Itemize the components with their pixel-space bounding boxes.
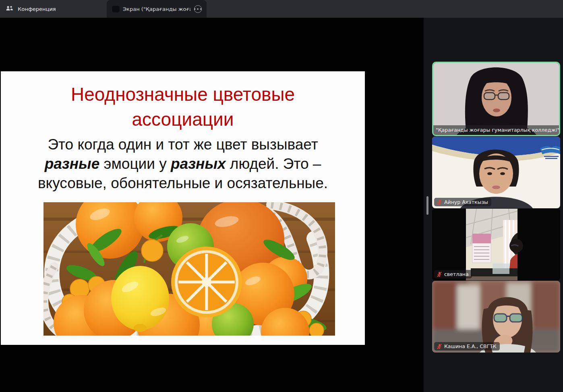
conference-tab[interactable]: Конференция <box>6 0 56 18</box>
top-bar: Конференция Экран ("Қарағанды жоғары гум… <box>0 0 563 18</box>
screen-share-tab-label: Экран ("Қарағанды жоғары гума <box>123 6 190 12</box>
people-icon <box>6 5 14 12</box>
participant-name-pill: Айнур Ахаткызы <box>434 198 491 206</box>
app-window: Конференция Экран ("Қарағанды жоғары гум… <box>0 0 563 392</box>
speaker-video <box>433 63 559 135</box>
fruit-basket-image <box>43 202 335 336</box>
participant-name: "Қарағанды жоғары гуманитарлық колледжі"… <box>433 125 559 135</box>
muted-mic-icon <box>437 344 442 349</box>
participant-name-pill: светлана <box>434 270 472 278</box>
tab-options-icon[interactable]: ••• <box>194 5 202 13</box>
muted-mic-icon <box>437 272 442 277</box>
slide-body-line3: вкусовые, обонятельные и осязательные. <box>1 174 365 193</box>
participant-name: светлана <box>444 271 469 277</box>
shared-screen-area: Неоднозначные цветовые ассоциации Это ко… <box>0 18 424 392</box>
screen-share-tab[interactable]: Экран ("Қарағанды жоғары гума ••• <box>107 0 207 18</box>
participant-name-pill: Кашина Е.А., СВГТК <box>434 342 500 351</box>
conference-label: Конференция <box>18 6 56 12</box>
video-thumbnail-speaker[interactable]: "Қарағанды жоғары гуманитарлық колледжі"… <box>432 62 560 136</box>
slide-title: Неоднозначные цветовые ассоциации <box>1 82 365 132</box>
slide-body: Это когда один и тот же цвет вызывает ра… <box>1 135 365 193</box>
video-thumbnail-ainur[interactable]: Айнур Ахаткызы <box>432 137 560 208</box>
participant-name: Кашина Е.А., СВГТК <box>444 343 497 349</box>
participant-name: Айнур Ахаткызы <box>444 199 488 205</box>
slide-body-line1: Это когда один и тот же цвет вызывает <box>1 135 365 154</box>
presentation-slide: Неоднозначные цветовые ассоциации Это ко… <box>1 71 365 345</box>
video-thumbnail-kashina[interactable]: Кашина Е.А., СВГТК <box>432 281 560 353</box>
muted-mic-icon <box>437 199 442 205</box>
slide-body-line2: разные эмоции у разных людей. Это – <box>1 154 365 174</box>
screen-share-icon <box>112 6 119 12</box>
video-thumbnail-svetlana[interactable]: светлана <box>432 209 560 280</box>
vertical-scrollbar[interactable] <box>426 196 428 215</box>
